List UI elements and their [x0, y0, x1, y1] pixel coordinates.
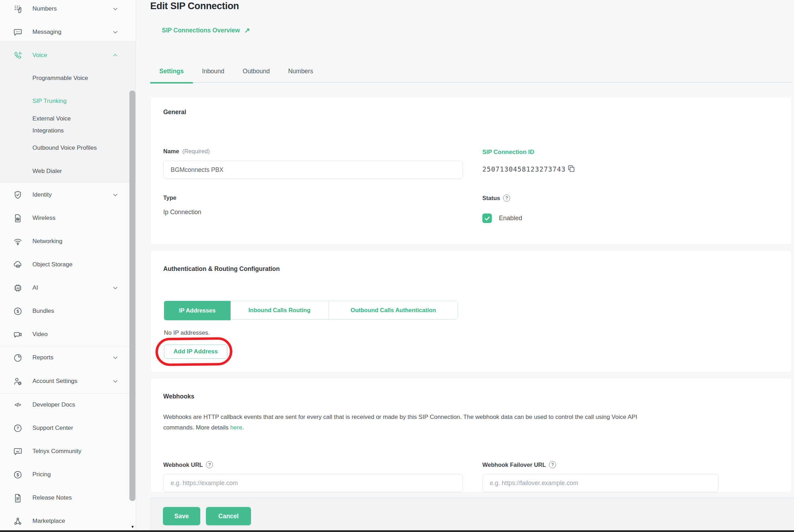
- svg-text:$: $: [17, 309, 19, 314]
- webhook-url-input[interactable]: [163, 474, 463, 492]
- segment-ip-addresses[interactable]: IP Addresses: [164, 301, 231, 320]
- here-link[interactable]: here: [230, 424, 242, 431]
- sidebar-item-developer-docs[interactable]: </> Developer Docs: [0, 397, 128, 413]
- webhooks-card: Webhooks Webhooks are HTTP callback even…: [150, 378, 792, 493]
- page-title: Edit SIP Connection: [150, 1, 239, 12]
- webhook-failover-help-icon[interactable]: ?: [549, 461, 556, 468]
- sidebar-item-numbers[interactable]: Numbers: [0, 1, 128, 17]
- shield-check-icon: [13, 190, 23, 200]
- chevron-down-icon: [111, 5, 119, 13]
- tab-inbound[interactable]: Inbound: [193, 63, 233, 79]
- sim-card-icon: [13, 213, 23, 223]
- chevron-down-icon: [111, 377, 119, 385]
- status-checkbox-row: Enabled: [482, 214, 522, 223]
- cloud-storage-icon: [13, 260, 23, 270]
- webhooks-heading: Webhooks: [163, 393, 194, 400]
- name-label: Name (Required): [163, 148, 210, 155]
- ai-chip-icon: AI: [13, 283, 23, 293]
- sidebar-item-telnyx-community[interactable]: Telnyx Community: [0, 444, 128, 459]
- tab-divider-line: [150, 82, 792, 83]
- chat-bubble-icon: [13, 27, 23, 37]
- main-content: Edit SIP Connection SIP Connections Over…: [136, 0, 794, 532]
- svg-text:$: $: [17, 472, 19, 477]
- sidebar-divider: [0, 41, 136, 42]
- sidebar-divider: [0, 346, 136, 346]
- sidebar-item-networking[interactable]: Networking: [0, 234, 128, 249]
- chevron-down-icon: [111, 284, 119, 292]
- webhook-url-help-icon[interactable]: ?: [206, 461, 213, 468]
- segment-inbound-calls-routing[interactable]: Inbound Calls Routing: [230, 301, 329, 319]
- sidebar-item-marketplace[interactable]: Marketplace: [0, 513, 128, 529]
- segment-outbound-calls-authentication[interactable]: Outbound Calls Authentication: [329, 301, 458, 319]
- user-gear-icon: [13, 376, 23, 386]
- enabled-label: Enabled: [499, 215, 522, 222]
- sidebar-item-ai[interactable]: AI AI: [0, 280, 128, 296]
- chevron-down-icon: [111, 354, 119, 361]
- auth-segmented-control: IP Addresses Inbound Calls Routing Outbo…: [164, 301, 458, 320]
- sidebar-item-external-voice-integrations[interactable]: External Voice Integrations: [0, 113, 128, 137]
- auth-routing-card: Authentication & Routing Configuration I…: [150, 250, 792, 372]
- dialpad-icon: [13, 4, 23, 14]
- name-input[interactable]: [163, 161, 463, 179]
- dollar-circle-icon: $: [13, 470, 23, 480]
- general-heading: General: [163, 109, 186, 116]
- sidebar-item-sip-trunking[interactable]: SIP Trunking: [0, 93, 128, 109]
- sip-connections-overview-link[interactable]: SIP Connections Overview ↗: [162, 26, 250, 35]
- general-card: General Name (Required) Type Ip Connecti…: [150, 97, 792, 245]
- svg-text:AI: AI: [16, 286, 19, 290]
- sidebar-item-account-settings[interactable]: Account Settings: [0, 373, 128, 389]
- no-ip-addresses-text: No IP addresses.: [164, 329, 210, 336]
- wifi-icon: [13, 236, 23, 246]
- phone-voice-icon: [13, 50, 23, 60]
- status-label: Status ?: [482, 194, 510, 202]
- external-link-icon: ↗: [244, 26, 250, 35]
- chevron-down-icon: [111, 28, 119, 36]
- chevron-up-icon: [111, 51, 119, 59]
- sidebar-item-release-notes[interactable]: Release Notes: [0, 490, 128, 506]
- sidebar-item-outbound-voice-profiles[interactable]: Outbound Voice Profiles: [0, 140, 128, 156]
- sidebar-item-pricing[interactable]: $ Pricing: [0, 467, 128, 482]
- sidebar-item-bundles[interactable]: $ Bundles: [0, 303, 128, 319]
- webhook-failover-url-input[interactable]: [482, 474, 719, 492]
- cancel-button[interactable]: Cancel: [206, 507, 251, 525]
- sidebar-item-object-storage[interactable]: Object Storage: [0, 257, 128, 272]
- footer-action-bar: Save Cancel: [150, 497, 794, 530]
- sidebar-item-web-dialer[interactable]: Web Dialer: [0, 163, 128, 179]
- code-icon: </>: [13, 400, 23, 410]
- sidebar-item-programmable-voice[interactable]: Programmable Voice: [0, 70, 128, 86]
- sidebar-divider: [0, 182, 136, 183]
- sidebar-item-video[interactable]: Video: [0, 327, 128, 342]
- webhooks-description-line2: commands. More details here.: [163, 422, 244, 433]
- enabled-checkbox[interactable]: [482, 214, 492, 223]
- question-circle-icon: ?: [13, 423, 23, 433]
- sidebar-item-support-center[interactable]: ? Support Center: [0, 420, 128, 436]
- webhook-failover-url-label: Webhook Failover URL ?: [482, 461, 556, 468]
- save-button[interactable]: Save: [163, 507, 200, 525]
- pie-chart-icon: [13, 353, 23, 363]
- tab-numbers[interactable]: Numbers: [279, 63, 322, 79]
- webhooks-description-line1: Webhooks are HTTP callback events that a…: [163, 412, 637, 422]
- bottom-edge-bar: [0, 530, 794, 532]
- community-bubble-icon: [13, 446, 23, 456]
- sidebar-item-reports[interactable]: Reports: [0, 350, 128, 365]
- chevron-down-icon: [111, 191, 119, 199]
- tab-settings[interactable]: Settings: [150, 63, 193, 79]
- auth-heading: Authentication & Routing Configuration: [163, 265, 280, 273]
- tab-outbound[interactable]: Outbound: [233, 63, 279, 79]
- sip-connection-id-label[interactable]: SIP Connection ID: [482, 149, 534, 156]
- type-label: Type: [163, 194, 176, 201]
- scroll-down-arrow-icon[interactable]: ▼: [129, 523, 136, 531]
- document-icon: [13, 493, 23, 503]
- sidebar-item-identity[interactable]: Identity: [0, 187, 128, 203]
- type-value: Ip Connection: [163, 209, 201, 216]
- sidebar-item-voice[interactable]: Voice: [0, 48, 128, 63]
- sidebar-item-messaging[interactable]: Messaging: [0, 24, 128, 40]
- status-help-icon[interactable]: ?: [503, 194, 510, 202]
- add-ip-address-button[interactable]: Add IP Address: [164, 345, 227, 359]
- sidebar-item-wireless[interactable]: Wireless: [0, 210, 128, 226]
- sidebar: Numbers Messaging Voice Programm: [0, 0, 136, 532]
- sip-connection-id-value: 2507130458123273743: [482, 165, 566, 173]
- dollar-circle-icon: $: [13, 306, 23, 316]
- copy-icon[interactable]: [567, 164, 576, 173]
- sidebar-scrollbar-thumb[interactable]: [129, 91, 135, 501]
